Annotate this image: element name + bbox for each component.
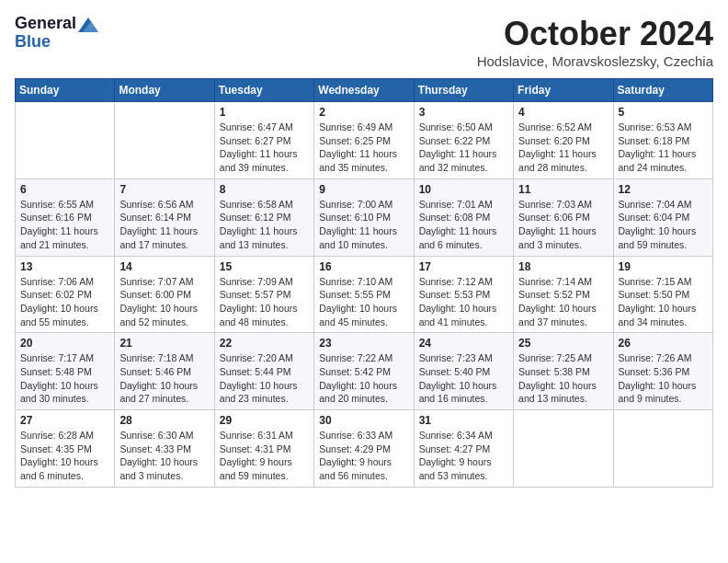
- day-info: Sunrise: 7:14 AM Sunset: 5:52 PM Dayligh…: [518, 275, 608, 329]
- day-number: 7: [119, 183, 209, 196]
- calendar-week-3: 13Sunrise: 7:06 AM Sunset: 6:02 PM Dayli…: [16, 256, 713, 333]
- calendar-week-5: 27Sunrise: 6:28 AM Sunset: 4:35 PM Dayli…: [16, 410, 713, 488]
- day-info: Sunrise: 7:26 AM Sunset: 5:36 PM Dayligh…: [619, 351, 708, 406]
- calendar-cell: 26Sunrise: 7:26 AM Sunset: 5:36 PM Dayli…: [613, 333, 712, 410]
- day-number: 15: [220, 260, 309, 273]
- calendar-cell: 1Sunrise: 6:47 AM Sunset: 6:27 PM Daylig…: [214, 102, 313, 179]
- day-info: Sunrise: 7:09 AM Sunset: 5:57 PM Dayligh…: [220, 275, 309, 329]
- calendar-cell: 3Sunrise: 6:50 AM Sunset: 6:22 PM Daylig…: [414, 102, 513, 179]
- calendar-cell: 5Sunrise: 6:53 AM Sunset: 6:18 PM Daylig…: [613, 102, 712, 179]
- calendar-cell: 22Sunrise: 7:20 AM Sunset: 5:44 PM Dayli…: [214, 333, 313, 410]
- day-info: Sunrise: 6:53 AM Sunset: 6:18 PM Dayligh…: [619, 121, 708, 175]
- weekday-header-wednesday: Wednesday: [314, 79, 414, 102]
- day-info: Sunrise: 6:50 AM Sunset: 6:22 PM Dayligh…: [419, 121, 508, 175]
- calendar-cell: 11Sunrise: 7:03 AM Sunset: 6:06 PM Dayli…: [514, 178, 613, 256]
- day-info: Sunrise: 6:58 AM Sunset: 6:12 PM Dayligh…: [220, 198, 309, 252]
- weekday-header-saturday: Saturday: [613, 79, 712, 102]
- location: Hodslavice, Moravskoslezsky, Czechia: [477, 53, 713, 69]
- day-number: 8: [220, 183, 309, 196]
- logo-general: General: [15, 15, 76, 33]
- calendar-cell: 14Sunrise: 7:07 AM Sunset: 6:00 PM Dayli…: [115, 256, 214, 333]
- calendar-cell: 4Sunrise: 6:52 AM Sunset: 6:20 PM Daylig…: [514, 102, 613, 179]
- calendar-cell: 17Sunrise: 7:12 AM Sunset: 5:53 PM Dayli…: [414, 256, 513, 333]
- day-number: 26: [619, 337, 708, 350]
- day-number: 21: [119, 337, 209, 350]
- calendar-cell: [613, 410, 712, 488]
- calendar-cell: 31Sunrise: 6:34 AM Sunset: 4:27 PM Dayli…: [414, 410, 513, 488]
- day-info: Sunrise: 7:03 AM Sunset: 6:06 PM Dayligh…: [518, 198, 608, 252]
- day-number: 22: [220, 337, 309, 350]
- calendar-cell: [514, 410, 613, 488]
- calendar-cell: 19Sunrise: 7:15 AM Sunset: 5:50 PM Dayli…: [613, 256, 712, 333]
- day-number: 18: [518, 260, 608, 273]
- calendar-week-4: 20Sunrise: 7:17 AM Sunset: 5:48 PM Dayli…: [16, 333, 713, 410]
- calendar-cell: 20Sunrise: 7:17 AM Sunset: 5:48 PM Dayli…: [16, 333, 115, 410]
- day-info: Sunrise: 7:04 AM Sunset: 6:04 PM Dayligh…: [619, 198, 708, 252]
- day-info: Sunrise: 6:31 AM Sunset: 4:31 PM Dayligh…: [220, 429, 309, 483]
- day-info: Sunrise: 6:56 AM Sunset: 6:14 PM Dayligh…: [119, 198, 209, 252]
- calendar-cell: 10Sunrise: 7:01 AM Sunset: 6:08 PM Dayli…: [414, 178, 513, 256]
- day-info: Sunrise: 6:34 AM Sunset: 4:27 PM Dayligh…: [419, 429, 508, 483]
- day-number: 11: [518, 183, 608, 196]
- day-number: 23: [319, 337, 408, 350]
- day-info: Sunrise: 7:17 AM Sunset: 5:48 PM Dayligh…: [20, 351, 109, 406]
- day-info: Sunrise: 7:07 AM Sunset: 6:00 PM Dayligh…: [119, 275, 209, 329]
- calendar-cell: 2Sunrise: 6:49 AM Sunset: 6:25 PM Daylig…: [314, 102, 414, 179]
- calendar-cell: 23Sunrise: 7:22 AM Sunset: 5:42 PM Dayli…: [314, 333, 414, 410]
- day-number: 12: [619, 183, 708, 196]
- day-number: 29: [220, 414, 309, 427]
- day-number: 27: [20, 414, 109, 427]
- day-number: 14: [119, 260, 209, 273]
- calendar-table: SundayMondayTuesdayWednesdayThursdayFrid…: [15, 78, 713, 488]
- logo-blue: Blue: [15, 33, 51, 52]
- weekday-header-monday: Monday: [115, 79, 214, 102]
- day-info: Sunrise: 7:18 AM Sunset: 5:46 PM Dayligh…: [119, 351, 209, 406]
- calendar-cell: 16Sunrise: 7:10 AM Sunset: 5:55 PM Dayli…: [314, 256, 414, 333]
- calendar-cell: 9Sunrise: 7:00 AM Sunset: 6:10 PM Daylig…: [314, 178, 414, 256]
- calendar-cell: 7Sunrise: 6:56 AM Sunset: 6:14 PM Daylig…: [115, 178, 214, 256]
- day-info: Sunrise: 7:01 AM Sunset: 6:08 PM Dayligh…: [419, 198, 508, 252]
- day-number: 2: [319, 106, 408, 119]
- calendar-cell: 21Sunrise: 7:18 AM Sunset: 5:46 PM Dayli…: [115, 333, 214, 410]
- day-number: 5: [619, 106, 708, 119]
- day-number: 10: [419, 183, 508, 196]
- day-number: 16: [319, 260, 408, 273]
- calendar-header-row: SundayMondayTuesdayWednesdayThursdayFrid…: [16, 79, 713, 102]
- weekday-header-thursday: Thursday: [414, 79, 513, 102]
- weekday-header-tuesday: Tuesday: [214, 79, 313, 102]
- day-number: 25: [518, 337, 608, 350]
- calendar-cell: 18Sunrise: 7:14 AM Sunset: 5:52 PM Dayli…: [514, 256, 613, 333]
- day-number: 19: [619, 260, 708, 273]
- title-block: October 2024 Hodslavice, Moravskoslezsky…: [477, 15, 713, 69]
- day-info: Sunrise: 7:15 AM Sunset: 5:50 PM Dayligh…: [619, 275, 708, 329]
- day-info: Sunrise: 6:49 AM Sunset: 6:25 PM Dayligh…: [319, 121, 408, 175]
- day-number: 28: [119, 414, 209, 427]
- day-info: Sunrise: 6:28 AM Sunset: 4:35 PM Dayligh…: [20, 429, 109, 483]
- day-number: 3: [419, 106, 508, 119]
- day-info: Sunrise: 7:00 AM Sunset: 6:10 PM Dayligh…: [319, 198, 408, 252]
- calendar-week-1: 1Sunrise: 6:47 AM Sunset: 6:27 PM Daylig…: [16, 102, 713, 179]
- day-number: 9: [319, 183, 408, 196]
- day-info: Sunrise: 7:20 AM Sunset: 5:44 PM Dayligh…: [220, 351, 309, 406]
- weekday-header-sunday: Sunday: [16, 79, 115, 102]
- calendar-cell: 8Sunrise: 6:58 AM Sunset: 6:12 PM Daylig…: [214, 178, 313, 256]
- day-info: Sunrise: 6:47 AM Sunset: 6:27 PM Dayligh…: [220, 121, 309, 175]
- day-info: Sunrise: 6:30 AM Sunset: 4:33 PM Dayligh…: [119, 429, 209, 483]
- day-info: Sunrise: 7:10 AM Sunset: 5:55 PM Dayligh…: [319, 275, 408, 329]
- day-number: 6: [20, 183, 109, 196]
- day-number: 17: [419, 260, 508, 273]
- calendar-week-2: 6Sunrise: 6:55 AM Sunset: 6:16 PM Daylig…: [16, 178, 713, 256]
- calendar-cell: 12Sunrise: 7:04 AM Sunset: 6:04 PM Dayli…: [613, 178, 712, 256]
- calendar-cell: 15Sunrise: 7:09 AM Sunset: 5:57 PM Dayli…: [214, 256, 313, 333]
- calendar-cell: [115, 102, 214, 179]
- day-info: Sunrise: 7:22 AM Sunset: 5:42 PM Dayligh…: [319, 351, 408, 406]
- calendar-cell: 30Sunrise: 6:33 AM Sunset: 4:29 PM Dayli…: [314, 410, 414, 488]
- day-info: Sunrise: 6:55 AM Sunset: 6:16 PM Dayligh…: [20, 198, 109, 252]
- day-number: 30: [319, 414, 408, 427]
- calendar-cell: 27Sunrise: 6:28 AM Sunset: 4:35 PM Dayli…: [16, 410, 115, 488]
- day-info: Sunrise: 7:12 AM Sunset: 5:53 PM Dayligh…: [419, 275, 508, 329]
- month-title: October 2024: [477, 15, 713, 53]
- day-number: 13: [20, 260, 109, 273]
- logo: General Blue: [15, 15, 98, 52]
- calendar-cell: 13Sunrise: 7:06 AM Sunset: 6:02 PM Dayli…: [16, 256, 115, 333]
